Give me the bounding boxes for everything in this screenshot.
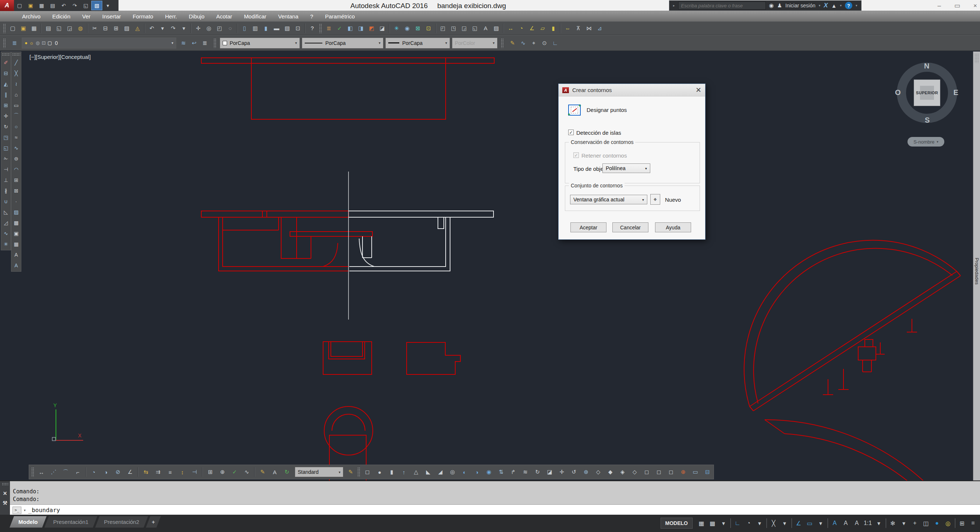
zoom-window-icon[interactable]: ◰ [214,23,225,33]
cone-icon[interactable]: ◣ [422,467,434,478]
bulb-on-icon[interactable]: ● [25,40,28,46]
pan-icon[interactable]: ✛ [193,23,204,33]
point-icon[interactable]: ∙ [11,196,21,207]
color-combo[interactable]: PorCapa ▾ [220,38,300,49]
properties-palette-icon[interactable]: ▯ [239,23,250,33]
scale-dropdown-icon[interactable]: ▾ [873,517,884,529]
dim-style-chevron-icon[interactable]: ▾ [339,470,340,474]
grid-snap-icon[interactable]: ▦ [696,517,707,529]
measure-distance-icon[interactable]: ↔ [505,23,516,33]
slice-icon[interactable]: ◪ [544,467,556,478]
layer-select-combo[interactable]: ●☼◍⊡▢ 0 ▾ [22,38,176,49]
menu-formato[interactable]: Formato [127,13,159,19]
close-button[interactable]: × [974,3,977,9]
torus-icon[interactable]: ◎ [446,467,458,478]
measure-radius-icon[interactable]: ◔ [516,23,527,33]
bring-above-icon[interactable]: ◳ [448,23,459,33]
boundary-set-chevron-icon[interactable]: ▾ [642,198,644,202]
undo-icon[interactable]: ↶ [146,23,157,33]
redo-dropdown-icon[interactable]: ▾ [178,23,189,33]
blend-curves-icon[interactable]: ∿ [1,228,11,239]
osnap-dropdown-icon[interactable]: ▾ [815,517,826,529]
command-grip[interactable] [2,483,8,486]
subtract-icon[interactable]: ◑ [471,467,483,478]
angle-tool-icon[interactable]: ⊿ [594,23,605,33]
object-type-combo[interactable]: Polilínea ▾ [603,164,650,173]
a360-icon[interactable]: ▲ [831,3,837,9]
insert-block-icon[interactable]: ⊞ [11,175,21,185]
dim-aligned-icon[interactable]: ⋰ [48,467,60,478]
text-icon[interactable]: A [11,249,21,260]
command-input-row[interactable]: >_ ▾ _boundary [10,504,980,515]
pick-points-label[interactable]: Designar puntos [587,107,627,113]
new-boundary-set-button[interactable]: ⌖ [650,194,660,205]
measure-volume-icon[interactable]: ▮ [548,23,558,33]
toolbar-grip[interactable] [2,53,10,56]
object-type-chevron-icon[interactable]: ▾ [645,166,647,170]
sweep-icon[interactable]: ↱ [507,467,519,478]
dim-radius-icon[interactable]: ◔ [88,467,100,478]
dim-arc-icon[interactable]: ⌒ [60,467,72,478]
quick-dim-icon[interactable]: ⇆ [140,467,152,478]
compass-north-label[interactable]: N [924,62,929,70]
compass-west-label[interactable]: O [895,88,901,97]
lock-icon[interactable]: ⊠ [412,23,423,33]
help-dropdown-icon[interactable]: ▾ [856,4,858,7]
island-detection-label[interactable]: Detección de islas [576,130,621,136]
dim-style-combo[interactable]: Standard ▾ [295,467,344,477]
open-folder-icon[interactable]: ▣ [18,23,29,33]
osnap-angle-icon[interactable]: ∠ [793,517,804,529]
print-icon[interactable]: ▤ [43,23,54,33]
copy-clip-icon[interactable]: ⊟ [100,23,111,33]
toolbar-grip[interactable] [12,53,20,56]
viewcube[interactable]: N O E S SUPERIOR [897,62,957,123]
publish-icon[interactable]: ◍ [75,23,86,33]
make-object-layer-current-icon[interactable]: ≋ [178,38,189,48]
model-space-button[interactable]: MODELO [660,518,693,529]
union-icon[interactable]: ◐ [458,467,471,478]
qat-active-tool-icon[interactable]: ▧ [91,1,102,10]
freeze-icon[interactable]: ✳ [391,23,402,33]
workspace-switch-icon[interactable]: ◫ [920,517,931,529]
match-properties-brush-icon[interactable]: ✎ [507,38,518,48]
toolbar-grip[interactable] [3,24,6,33]
annotation-scale-value[interactable]: 1:1 [862,517,873,529]
dim-diameter-icon[interactable]: ⊘ [112,467,124,478]
measure-angle-icon[interactable]: ∠ [527,23,537,33]
menu-item[interactable]: ? [304,13,319,19]
quick-measure-icon[interactable]: ⇔ [562,23,573,33]
view-nw-iso-icon[interactable]: ◇ [628,467,641,478]
menu-dibujo[interactable]: Dibujo [183,13,210,19]
dim-ordinate-icon[interactable]: ⌐ [72,467,84,478]
paste-icon[interactable]: ⊞ [111,23,121,33]
spline-icon[interactable]: ∿ [11,142,21,153]
match-flash-icon[interactable]: ◬ [132,23,143,33]
polyline-icon[interactable]: ≀ [11,78,21,89]
snap-dropdown-icon[interactable]: ▾ [718,517,729,529]
polar-tracking-icon[interactable]: ◔ [743,517,754,529]
layer-previous-icon[interactable]: ↩ [189,38,199,48]
layer-properties-manager-icon[interactable]: ≣ [9,38,20,48]
status-menu-icon[interactable]: ≡ [967,517,978,529]
infocenter-collapse-icon[interactable]: ▸ [673,4,675,7]
pin-icon[interactable]: ◉ [402,23,412,33]
save-icon[interactable]: ▦ [29,23,40,33]
dim-inspect-icon[interactable]: ✓ [229,467,241,478]
dim-jogline-icon[interactable]: ∿ [241,467,253,478]
dim-break-icon[interactable]: ⊣ [188,467,200,478]
polygon-icon[interactable]: ⌂ [11,89,21,100]
dialog-titlebar[interactable]: A Crear contornos ✕ [558,84,705,96]
toolbar-grip[interactable] [501,38,504,48]
view-top-icon[interactable]: ◻ [665,467,677,478]
sign-in-button[interactable]: Iniciar sesión [785,3,816,8]
dialog-close-icon[interactable]: ✕ [695,86,702,94]
lineweight-combo[interactable]: PorCapa ▾ [385,38,450,49]
extrude-icon[interactable]: ↑ [398,467,410,478]
add-status-icon[interactable]: + [909,517,920,529]
loft-icon[interactable]: ≋ [519,467,531,478]
3d-orbit-icon[interactable]: ⊛ [580,467,592,478]
send-below-icon[interactable]: ◱ [469,23,480,33]
make-block-icon[interactable]: ⊠ [11,185,21,196]
ellipse-arc-icon[interactable]: ◠ [11,164,21,175]
scale-icon[interactable]: ◳ [1,132,11,142]
